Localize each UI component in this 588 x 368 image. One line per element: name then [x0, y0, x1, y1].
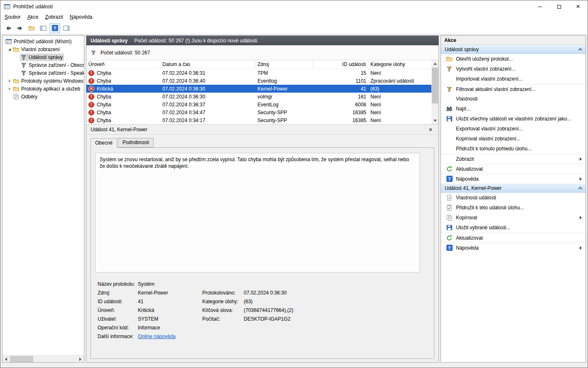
- action-copy-custom-view[interactable]: Kopírovat vlastní zobrazení...: [441, 134, 586, 144]
- event-description[interactable]: Systém se znovu restartoval, aniž by se …: [95, 153, 420, 272]
- column-header-source[interactable]: Zdroj: [255, 60, 313, 69]
- action-label: Uložit vybrané události...: [456, 225, 510, 231]
- scroll-left-icon: [5, 358, 7, 361]
- filter-icon: [91, 50, 96, 56]
- tree-item-admin-events[interactable]: Události správy: [2, 53, 84, 61]
- refresh-icon: [446, 235, 453, 241]
- expanded-chevron-icon[interactable]: [7, 47, 12, 52]
- event-category: (63): [368, 86, 431, 92]
- menu-soubor[interactable]: Soubor: [1, 13, 24, 22]
- action-refresh-event[interactable]: Aktualizovat: [441, 233, 586, 243]
- event-row[interactable]: !Chyba 07.02.2024 0:36:37 EventLog 6008 …: [86, 101, 431, 108]
- console-tree-toggle-button[interactable]: [38, 23, 49, 33]
- tree-item-label: Vlastní zobrazení: [21, 47, 60, 52]
- event-row[interactable]: !Chyba 07.02.2024 0:34:47 Security-SPP 1…: [86, 108, 431, 116]
- column-header-datetime[interactable]: Datum a čas: [160, 60, 255, 69]
- scroll-left-button[interactable]: [2, 356, 10, 363]
- action-view-submenu[interactable]: Zobrazit: [441, 154, 586, 164]
- menu-akce[interactable]: Akce: [24, 13, 42, 22]
- collapse-chevron-icon: [578, 48, 583, 52]
- error-icon: !: [88, 102, 94, 108]
- help-icon: ?: [446, 245, 453, 251]
- event-row[interactable]: !Chyba 07.02.2024 0:36:31 TPM 15 Není: [86, 69, 431, 77]
- action-help-event-submenu[interactable]: ? Nápověda: [441, 243, 586, 253]
- back-button[interactable]: [3, 23, 14, 33]
- action-label: Kopírovat: [456, 215, 477, 221]
- column-header-category[interactable]: Kategorie úlohy: [368, 60, 431, 69]
- column-header-level[interactable]: Úroveň: [86, 60, 160, 69]
- action-filter-current-view[interactable]: Filtrovat aktuální vlastní zobrazení...: [441, 84, 586, 94]
- filter-view-icon: [20, 62, 27, 69]
- action-save-all-events[interactable]: Uložit všechny události ve vlastním zobr…: [441, 114, 586, 124]
- action-import-custom-view[interactable]: Importovat vlastní zobrazení...: [441, 74, 586, 84]
- folder-icon: [13, 78, 20, 84]
- maximize-button[interactable]: [549, 0, 568, 13]
- scroll-right-icon: [79, 358, 81, 361]
- tree-item-device-manager-general[interactable]: Správce zařízení - Obecny: [2, 61, 84, 69]
- event-datetime: 07.02.2024 0:36:40: [160, 78, 255, 84]
- event-id: 15: [313, 70, 368, 76]
- action-properties[interactable]: Vlastnosti: [441, 94, 586, 104]
- action-export-custom-view[interactable]: Exportovat vlastní zobrazení...: [441, 124, 586, 134]
- tree-item-custom-views[interactable]: Vlastní zobrazení: [2, 45, 84, 53]
- help-button[interactable]: ?: [49, 23, 60, 33]
- actions-section-selected-event[interactable]: Událost 41, Kernel-Power: [441, 184, 586, 193]
- action-event-properties[interactable]: Vlastnosti události: [441, 193, 586, 203]
- event-id: 1101: [313, 78, 368, 84]
- scroll-down-button[interactable]: [431, 117, 439, 124]
- event-detail-title: Událost 41, Kernel-Power: [91, 127, 147, 132]
- action-open-saved-log[interactable]: Otevřít uložený protokol...: [441, 54, 586, 64]
- action-refresh[interactable]: Aktualizovat: [441, 164, 586, 174]
- field-computer-value: DESKTOP-IGAP1G2: [244, 315, 430, 324]
- events-vertical-scrollbar[interactable]: [431, 60, 439, 124]
- action-label: Aktualizovat: [456, 235, 483, 241]
- open-log-button[interactable]: [26, 23, 37, 33]
- close-button[interactable]: ×: [568, 0, 588, 13]
- error-icon: !: [88, 94, 94, 100]
- event-row-selected[interactable]: ×Kritická 07.02.2024 0:36:30 Kernel-Powe…: [86, 85, 431, 93]
- menu-napoveda[interactable]: Nápověda: [66, 13, 96, 22]
- field-event-id-label: ID události:: [98, 297, 138, 306]
- actions-section-admin-events[interactable]: Události správy: [441, 45, 586, 54]
- submenu-arrow-icon: [580, 246, 582, 250]
- event-category: Není: [368, 110, 431, 115]
- action-find[interactable]: Najít...: [441, 104, 586, 114]
- tab-general[interactable]: Obecné: [91, 138, 117, 148]
- collapsed-chevron-icon[interactable]: [7, 87, 12, 91]
- action-copy-submenu[interactable]: Kopírovat: [441, 213, 586, 223]
- event-row[interactable]: !Chyba 07.02.2024 0:36:30 volmgr 161 Nen…: [86, 93, 431, 101]
- tree-item-device-manager-speaker[interactable]: Správce zařízení - Speake: [2, 69, 84, 77]
- action-pane-toggle-button[interactable]: [61, 23, 72, 33]
- action-help-submenu[interactable]: ? Nápověda: [441, 174, 586, 184]
- subscriptions-icon: [13, 93, 20, 100]
- menu-zobrazit[interactable]: Zobrazit: [42, 13, 66, 22]
- scrollbar-thumb[interactable]: [432, 68, 438, 103]
- tree-item-app-service-logs[interactable]: Protokoly aplikací a služeb: [2, 85, 84, 93]
- icon-spacer: [446, 145, 453, 152]
- scroll-up-button[interactable]: [431, 60, 439, 67]
- event-datetime: 07.02.2024 0:36:30: [160, 94, 255, 100]
- critical-icon: ×: [88, 86, 94, 92]
- tree-item-root[interactable]: Prohlížeč událostí (Místní): [2, 37, 84, 45]
- tree-item-label: Prohlížeč událostí (Místní): [14, 39, 71, 44]
- online-help-link[interactable]: Online nápověda: [138, 334, 176, 339]
- tree-item-windows-logs[interactable]: Protokoly systému Windows: [2, 77, 84, 85]
- column-header-event-id[interactable]: ID události: [313, 60, 368, 69]
- action-save-selected-events[interactable]: Uložit vybrané události...: [441, 223, 586, 233]
- scroll-right-button[interactable]: [77, 356, 84, 363]
- minimize-button[interactable]: [530, 0, 549, 13]
- collapsed-chevron-icon[interactable]: [7, 79, 12, 83]
- tree-horizontal-scrollbar[interactable]: [2, 355, 84, 362]
- detail-close-button[interactable]: ×: [427, 126, 434, 133]
- field-level-value: Kritická: [138, 306, 202, 315]
- tree-item-subscriptions[interactable]: Odběry: [2, 93, 84, 101]
- forward-button[interactable]: [15, 23, 25, 33]
- event-row[interactable]: !Chyba 07.02.2024 0:36:40 Eventlog 1101 …: [86, 77, 431, 85]
- scrollbar-thumb[interactable]: [10, 356, 33, 362]
- action-attach-task-to-view[interactable]: Přidružit k tomuto pohledu úlohu...: [441, 144, 586, 154]
- folder-icon: [13, 46, 20, 53]
- event-row[interactable]: !Chyba 07.02.2024 0:34:17 Security-SPP 1…: [86, 116, 431, 124]
- tab-details[interactable]: Podrobnosti: [118, 138, 154, 147]
- action-create-custom-view[interactable]: Vytvořit vlastní zobrazení...: [441, 64, 586, 74]
- action-attach-task-to-event[interactable]: Přidružit k této události úlohu...: [441, 203, 586, 213]
